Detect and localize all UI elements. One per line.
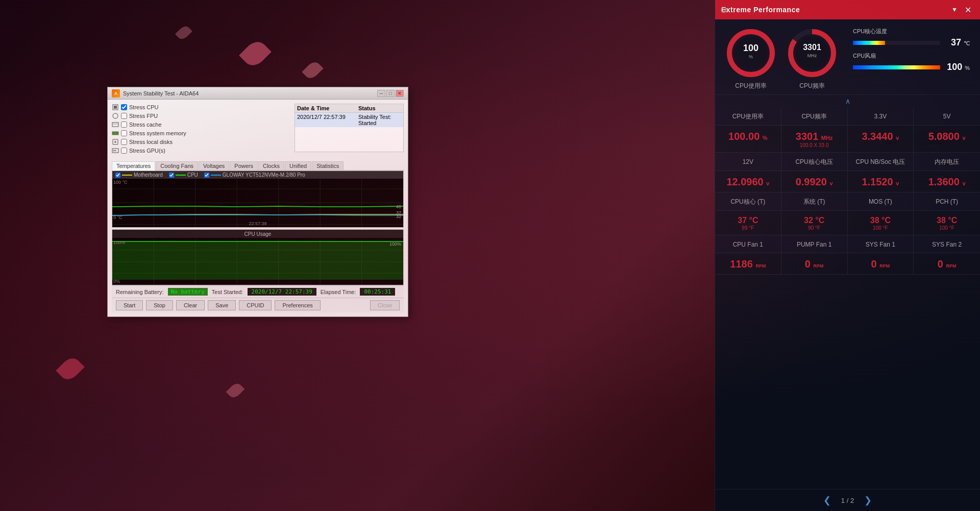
tab-temperatures[interactable]: Temperatures <box>112 161 155 171</box>
bg-overlay <box>0 0 980 511</box>
